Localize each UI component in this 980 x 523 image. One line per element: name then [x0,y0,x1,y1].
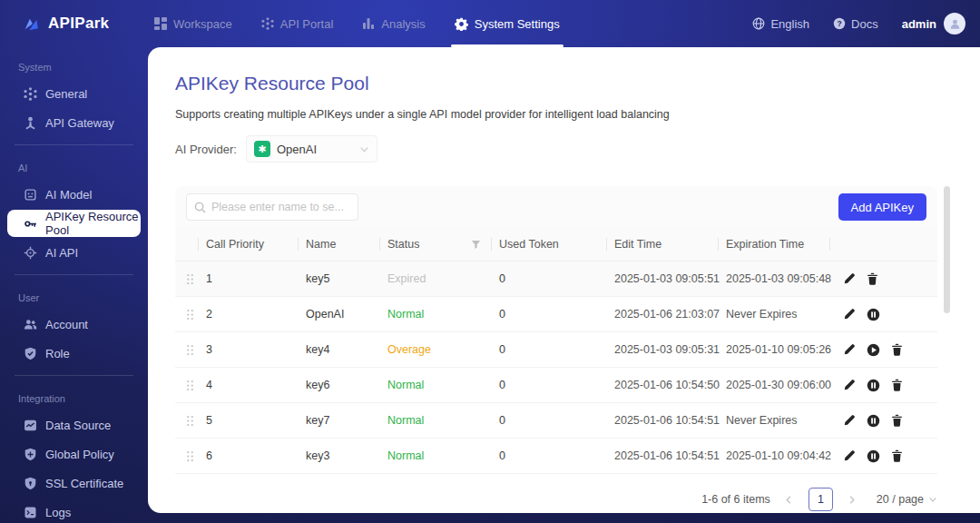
delete-button[interactable] [891,449,903,462]
language-label: English [770,17,809,31]
edit-button[interactable] [843,308,856,321]
sidebar-item-role[interactable]: Role [0,340,148,367]
drag-handle[interactable] [186,273,194,285]
svg-text:?: ? [837,19,841,28]
cell-edit-time: 2025-01-06 21:03:07 [614,308,726,321]
sidebar-item-general[interactable]: General [0,80,148,107]
pause-button[interactable] [867,379,880,392]
sidebar-item-account[interactable]: Account [0,311,148,338]
page-1-button[interactable]: 1 [808,488,833,511]
drag-handle[interactable] [186,450,194,462]
trash-icon [891,343,903,356]
sidebar-item-apikey-resource-pool[interactable]: APIKey Resource Pool [7,210,141,237]
data-source-icon [24,419,37,432]
edit-button[interactable] [843,449,856,462]
delete-button[interactable] [867,272,878,285]
table-row: 3key4Overage02025-01-03 09:05:312025-01-… [175,332,937,368]
docs-link[interactable]: ? Docs [833,17,878,31]
sidebar-item-ssl-certificate[interactable]: SSL Certificate [0,469,148,497]
top-bar: APIPark Workspace API Portal Analysis [0,0,980,47]
header-used-token: Used Token [499,238,614,251]
edit-button[interactable] [843,343,856,356]
pencil-icon [843,414,856,427]
sidebar-item-data-source[interactable]: Data Source [0,411,148,439]
chevron-right-icon [847,495,857,505]
drag-handle[interactable] [186,415,194,427]
chevron-down-icon [928,495,937,504]
global-policy-icon [24,448,37,461]
next-page-button[interactable] [842,489,862,509]
delete-button[interactable] [891,414,903,427]
table-toolbar: Add APIKey [175,186,937,228]
trash-icon [867,272,878,285]
cell-expiration-time: 2025-01-10 09:05:26 [726,343,838,356]
table-row: 4key6Normal02025-01-06 10:54:502025-01-3… [175,368,937,403]
provider-row: AI Provider: ✱ OpenAI [175,135,980,163]
ai-provider-select[interactable]: ✱ OpenAI [246,135,377,163]
pause-button[interactable] [867,449,880,463]
trash-icon [891,414,903,427]
settings-icon [455,17,468,31]
sidebar: System General API Gateway AI AI Model A… [0,47,148,523]
nav-analysis[interactable]: Analysis [362,0,425,47]
sidebar-item-logs[interactable]: Logs [0,498,148,523]
sidebar-item-global-policy[interactable]: Global Policy [0,440,148,468]
cell-actions [838,308,937,321]
delete-button[interactable] [891,343,903,356]
search-input[interactable] [186,193,358,221]
sidebar-item-ai-api[interactable]: AI API [0,239,148,266]
sidebar-item-label: Data Source [45,419,111,432]
page-size-value: 20 / page [877,493,924,506]
search-icon [194,202,206,213]
brand-logo[interactable]: APIPark [22,0,109,47]
provider-value: OpenAI [277,143,317,156]
edit-button[interactable] [843,272,856,285]
header-expiration-time: Expiration Time [726,238,838,251]
pause-button[interactable] [867,308,880,321]
sidebar-group-ai: AI [0,153,148,179]
cell-expiration-time: Never Expires [726,308,838,321]
filter-icon[interactable] [471,240,481,250]
analysis-icon [362,17,375,30]
nav-system-settings[interactable]: System Settings [455,0,560,47]
add-apikey-button[interactable]: Add APIKey [838,193,926,221]
sidebar-item-label: APIKey Resource Pool [45,210,141,237]
avatar [944,13,965,35]
sidebar-item-ai-model[interactable]: AI Model [0,181,148,208]
cell-call-priority: 2 [206,308,306,321]
prev-page-button[interactable] [779,489,799,509]
drag-handle[interactable] [186,380,194,391]
pencil-icon [843,379,856,391]
api-portal-icon [261,17,274,30]
drag-handle[interactable] [186,344,194,356]
pause-icon [867,308,880,321]
table-row: 1key5Expired02025-01-03 09:05:512025-01-… [175,262,937,297]
key-icon [24,217,37,231]
pause-button[interactable] [867,414,880,428]
scrollbar-thumb[interactable] [944,186,950,313]
cell-call-priority: 5 [206,414,306,427]
edit-button[interactable] [843,414,856,427]
main-panel: APIKey Resource Pool Supports creating m… [148,47,980,513]
apipark-logo-icon [22,15,41,34]
table-header: Call Priority Name Status Used Token Edi… [175,228,937,262]
play-button[interactable] [867,343,880,357]
workspace-icon [154,17,167,30]
pause-icon [867,449,880,463]
sidebar-item-label: Global Policy [45,448,114,461]
drag-handle[interactable] [186,309,194,321]
sidebar-item-api-gateway[interactable]: API Gateway [0,109,148,136]
sidebar-divider [15,144,133,145]
delete-button[interactable] [891,379,903,391]
sidebar-item-label: AI Model [45,188,92,202]
cell-actions [838,343,937,357]
nav-workspace[interactable]: Workspace [154,0,232,47]
page-size-select[interactable]: 20 / page [877,493,937,506]
language-selector[interactable]: English [752,17,809,31]
nav-api-portal[interactable]: API Portal [261,0,334,47]
nav-label: Analysis [381,17,425,31]
user-menu[interactable]: admin [902,13,965,35]
edit-button[interactable] [843,379,856,391]
page-title: APIKey Resource Pool [175,73,980,94]
top-navigation: Workspace API Portal Analysis System Set… [154,0,560,47]
